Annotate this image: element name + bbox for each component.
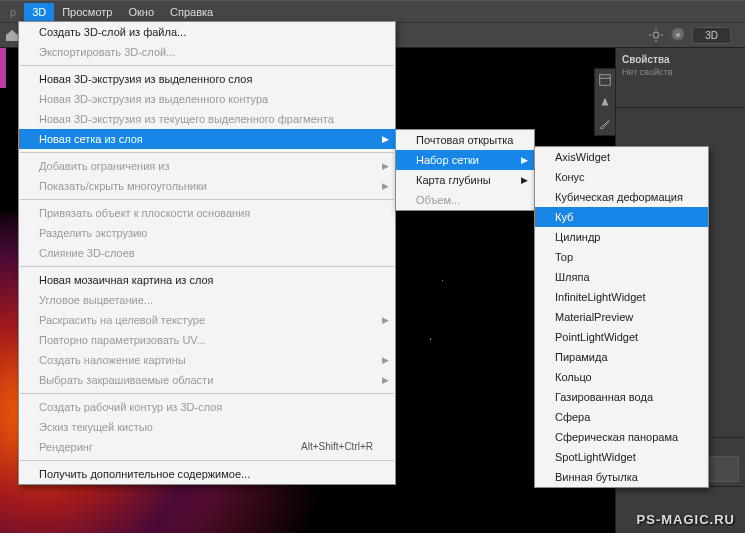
mode-badge-3d[interactable]: 3D <box>692 27 731 44</box>
menu-item: Показать/скрыть многоугольники▶ <box>19 176 395 196</box>
menu-item[interactable]: Набор сетки▶ <box>396 150 534 170</box>
properties-panel: Свойства Нет свойств <box>616 48 745 108</box>
menu-3d[interactable]: Создать 3D-слой из файла...Экспортироват… <box>18 21 396 485</box>
submenu-arrow-icon: ▶ <box>382 159 389 173</box>
menu-item[interactable]: Новая 3D-экструзия из выделенного слоя <box>19 69 395 89</box>
menu-separator <box>20 65 394 66</box>
menu-item[interactable]: Почтовая открытка <box>396 130 534 150</box>
menu-item[interactable]: Куб <box>535 207 708 227</box>
menu-item: Объем... <box>396 190 534 210</box>
menu-separator <box>20 266 394 267</box>
menu-item[interactable]: MaterialPreview <box>535 307 708 327</box>
menu-item[interactable]: AxisWidget <box>535 147 708 167</box>
svg-rect-2 <box>600 75 611 86</box>
menu-item: Новая 3D-экструзия из текущего выделенно… <box>19 109 395 129</box>
menu-item[interactable]: Винная бутылка <box>535 467 708 487</box>
menu-item[interactable]: Сферическая панорама <box>535 427 708 447</box>
menu-separator <box>20 199 394 200</box>
menu-item[interactable]: Новая мозаичная картина из слоя <box>19 270 395 290</box>
properties-empty: Нет свойств <box>622 67 739 77</box>
svg-point-0 <box>653 32 659 38</box>
menu-item[interactable]: Газированная вода <box>535 387 708 407</box>
menu-item[interactable]: Конус <box>535 167 708 187</box>
menu-item[interactable]: SpotLightWidget <box>535 447 708 467</box>
gear-icon[interactable] <box>670 27 686 43</box>
menu-item[interactable]: Получить дополнительное содержимое... <box>19 464 395 484</box>
menu-item[interactable]: Кубическая деформация <box>535 187 708 207</box>
menu-item[interactable]: Новая сетка из слоя▶ <box>19 129 395 149</box>
menu-mesh-preset[interactable]: AxisWidgetКонусКубическая деформацияКубЦ… <box>534 146 709 488</box>
menu-separator <box>20 152 394 153</box>
menu-item: Привязать объект к плоскости основания <box>19 203 395 223</box>
menubar-item-window[interactable]: Окно <box>120 3 162 21</box>
menu-separator <box>20 460 394 461</box>
menu-item: Повторно параметризовать UV... <box>19 330 395 350</box>
submenu-arrow-icon: ▶ <box>382 179 389 193</box>
brush-icon[interactable] <box>598 117 612 131</box>
menu-item: Раскрасить на целевой текстуре▶ <box>19 310 395 330</box>
submenu-arrow-icon: ▶ <box>382 353 389 367</box>
menu-item: Слияние 3D-слоев <box>19 243 395 263</box>
submenu-arrow-icon: ▶ <box>382 313 389 327</box>
menu-item: Создать рабочий контур из 3D-слоя <box>19 397 395 417</box>
watermark: PS-MAGIC.RU <box>637 512 735 527</box>
menu-item[interactable]: InfiniteLightWidget <box>535 287 708 307</box>
menu-item: Эскиз текущей кистью <box>19 417 395 437</box>
menu-item: Новая 3D-экструзия из выделенного контур… <box>19 89 395 109</box>
submenu-arrow-icon: ▶ <box>382 132 389 146</box>
menu-item: Создать наложение картины▶ <box>19 350 395 370</box>
menubar-item-help[interactable]: Справка <box>162 3 221 21</box>
submenu-arrow-icon: ▶ <box>382 373 389 387</box>
panel-dock-strip <box>594 68 616 136</box>
menu-item[interactable]: Цилиндр <box>535 227 708 247</box>
menu-item: Экспортировать 3D-слой... <box>19 42 395 62</box>
menu-item[interactable]: Кольцо <box>535 367 708 387</box>
menubar: p 3D Просмотр Окно Справка <box>0 0 745 22</box>
menu-item: Добавить ограничения из▶ <box>19 156 395 176</box>
menubar-item-view[interactable]: Просмотр <box>54 3 120 21</box>
menubar-item-p[interactable]: p <box>2 3 24 21</box>
menu-item[interactable]: Пирамида <box>535 347 708 367</box>
menubar-item-3d[interactable]: 3D <box>24 3 54 21</box>
submenu-arrow-icon: ▶ <box>521 173 528 187</box>
light-icon[interactable] <box>648 27 664 43</box>
menu-item[interactable]: Карта глубины▶ <box>396 170 534 190</box>
menu-item: Угловое выцветание... <box>19 290 395 310</box>
submenu-arrow-icon: ▶ <box>521 153 528 167</box>
properties-title: Свойства <box>622 52 739 67</box>
menu-separator <box>20 393 394 394</box>
menu-item[interactable]: PointLightWidget <box>535 327 708 347</box>
menu-item: Выбрать закрашиваемые области▶ <box>19 370 395 390</box>
menu-item[interactable]: Шляпа <box>535 267 708 287</box>
menu-item[interactable]: Создать 3D-слой из файла... <box>19 22 395 42</box>
history-icon[interactable] <box>598 73 612 87</box>
menu-item: РендерингAlt+Shift+Ctrl+R <box>19 437 395 457</box>
char-icon[interactable] <box>598 95 612 109</box>
canvas-ruler-strip <box>0 48 6 88</box>
menu-new-mesh-from-layer[interactable]: Почтовая открыткаНабор сетки▶Карта глуби… <box>395 129 535 211</box>
menu-item[interactable]: Тор <box>535 247 708 267</box>
menu-item: Разделить экструзию <box>19 223 395 243</box>
menu-item[interactable]: Сфера <box>535 407 708 427</box>
